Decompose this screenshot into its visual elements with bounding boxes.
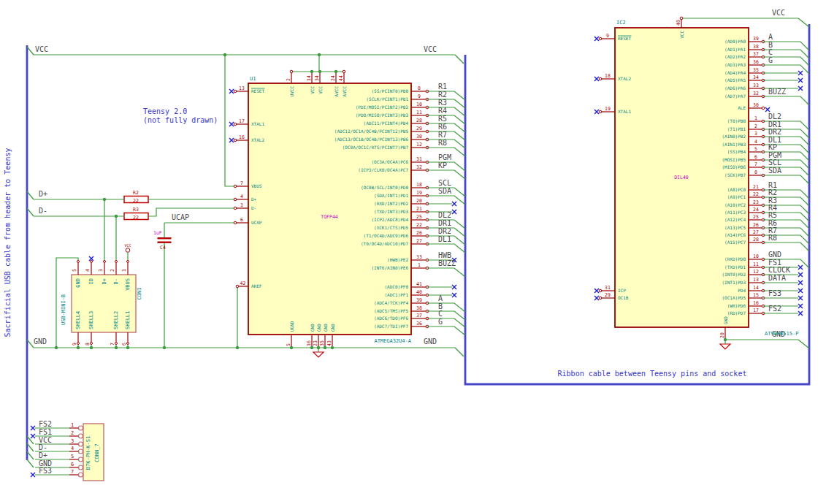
pin-name: PD4: [738, 288, 746, 293]
pin-name: (HWB)PE2: [387, 257, 408, 262]
pin-name: UVCC: [289, 86, 294, 97]
pin-name: SHELL2: [113, 311, 119, 329]
pin-name: (ADC0)PF0: [384, 284, 408, 289]
net-label: CLOCK: [768, 266, 790, 274]
pin-name: (OC3A/OC4A)PC6: [371, 159, 408, 164]
c4-ref: C4: [160, 245, 166, 251]
junction-dot: [317, 346, 320, 349]
pin-number: 25: [416, 214, 422, 220]
pin-number: 40: [676, 20, 681, 26]
teensy-note-line2: (not fully drawn): [143, 116, 218, 124]
pin-number: 9: [72, 343, 77, 345]
pin-end: [234, 198, 237, 201]
pin-number: 4: [85, 269, 91, 272]
pin-number: 20: [719, 332, 725, 338]
pin-name: GND: [330, 324, 335, 332]
pin-number: 32: [753, 91, 759, 96]
no-connect-icon: [229, 138, 234, 142]
pin-name: XTAL2: [618, 76, 631, 81]
ic2-footprint: DIL40: [674, 175, 689, 180]
pin-number: 25: [753, 214, 759, 220]
pin-number: 39: [753, 36, 759, 42]
pin-number: 6: [71, 462, 74, 467]
pin-name: UGND: [289, 321, 294, 332]
pin-end: [79, 465, 83, 470]
pin-name: ID: [88, 278, 94, 284]
net-label: FS2: [768, 305, 781, 313]
pin-number: 2: [286, 78, 291, 81]
pin-end: [234, 139, 237, 142]
pin-name: D+: [251, 196, 257, 202]
no-connect-icon: [452, 285, 456, 289]
net-wire: [225, 55, 234, 186]
pin-name: (A8)PC0: [727, 187, 746, 192]
pin-end: [127, 261, 129, 263]
pin-name: (ADC13/OC1B/OC4B/PCINT13)PB6: [334, 137, 409, 142]
net-label: R4: [438, 107, 447, 115]
c4-plate-bottom: [158, 242, 172, 243]
net-label: KP: [438, 161, 447, 169]
junction-dot: [163, 346, 166, 349]
pin-number: 3: [240, 202, 243, 208]
ground-icon: [720, 344, 730, 349]
no-connect-icon: [765, 107, 770, 112]
net-label: DR2: [438, 227, 451, 235]
pin-name: (MISO)PB6: [722, 164, 746, 169]
pin-number: 30: [753, 102, 759, 108]
pin-end: [599, 77, 602, 80]
pin-end: [79, 457, 83, 462]
pin-number: 23: [313, 340, 318, 346]
net-label: C: [438, 310, 443, 318]
pin-name: (INT1)PD3: [722, 280, 746, 285]
pin-number: 21: [753, 184, 759, 190]
ic2-ref: IC2: [616, 20, 626, 26]
pin-number: 5: [754, 146, 757, 152]
net-label: R3: [438, 99, 447, 107]
sacrificial-usb-note: Sacrificial USB cable from header to Tee…: [4, 148, 12, 337]
junction-dot: [236, 346, 239, 349]
pin-name: (ADC11/PCINT4)PB4: [364, 121, 409, 126]
pin-name: (SS/PCINT0)PB0: [371, 88, 408, 93]
pin-number: 1: [418, 262, 421, 268]
net-label: BUZZ: [438, 259, 456, 267]
gnd-symbol-u1: [313, 352, 324, 357]
no-connect-icon: [798, 296, 803, 300]
pin-number: 16: [239, 134, 245, 140]
pin-name: (RXD/INT2)PD2: [374, 201, 408, 206]
net-label: SCL: [768, 159, 781, 167]
net-label: DL2: [438, 211, 451, 219]
schematic-sheet: 8(SS/PCINT0)PB0R19(SCLK/PCINT1)PB1R210(P…: [0, 0, 826, 504]
pin-end: [762, 107, 765, 110]
pin-number: 31: [605, 285, 611, 291]
pin-number: 18: [416, 182, 422, 188]
pin-name: (RXD)PD0: [724, 256, 746, 261]
pin-end: [115, 261, 118, 263]
no-connect-icon: [229, 122, 234, 126]
no-connect-icon: [798, 311, 803, 316]
net-label: BUZZ: [768, 88, 786, 96]
pin-number: 5: [286, 343, 291, 346]
net-label: R6: [438, 123, 447, 131]
pin-end: [79, 473, 83, 477]
net-label: GND: [768, 251, 781, 259]
pin-name: (SDA/INT1)PD1: [374, 193, 408, 198]
pin-number: 22: [753, 191, 759, 197]
pin-name: (MOSI)PB5: [722, 157, 746, 162]
pin-name: (AIN0)PB2: [722, 134, 746, 139]
pin-number: 14: [306, 75, 312, 81]
pin-end: [599, 37, 602, 40]
no-connect-icon: [798, 265, 803, 270]
pin-number: 8: [754, 169, 757, 175]
c4-value: 1uF: [153, 230, 162, 236]
pin-name: (AD3)PA3: [724, 62, 746, 67]
pin-number: 21: [416, 206, 422, 212]
net-label: R1: [438, 83, 447, 91]
vbus-vcc-label: VCC: [124, 243, 131, 248]
pin-name: (INT6/AIN0)PE6: [371, 265, 408, 270]
pin-number: 36: [753, 59, 759, 65]
vcc-power-circle: [126, 248, 130, 253]
net-label: DR1: [438, 219, 451, 227]
pin-number: 16: [306, 340, 312, 346]
no-connect-icon: [452, 202, 456, 206]
net-label: R2: [768, 188, 777, 196]
